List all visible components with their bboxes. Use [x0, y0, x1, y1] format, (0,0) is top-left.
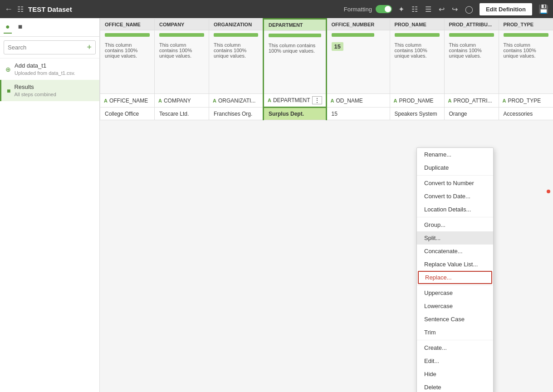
edit-definition-button[interactable]: Edit Definition	[480, 3, 532, 15]
data-cell-organization: Franchises Org.	[209, 108, 264, 120]
context-menu: Rename... Duplicate Convert to Number Co…	[416, 147, 494, 392]
card-body-prod-attrib: This column contains 100% unique values.	[445, 39, 499, 93]
formatting-label: Formatting	[344, 6, 372, 13]
sidebar: ● ■ + ⊕ Add data_t1 Uploaded from data_t…	[0, 18, 100, 392]
menu-item-concatenate[interactable]: Concatenate...	[417, 245, 493, 258]
sidebar-item-add-data-label: Add data_t1	[15, 62, 75, 70]
card-header-prod-attrib: PROD_ATTRIBU...	[445, 19, 499, 30]
formatting-toggle[interactable]	[376, 5, 392, 13]
card-bar-prod-name	[395, 33, 440, 37]
card-body-office-number: 15	[327, 39, 390, 93]
card-body-department: This column contains 100% unique values.	[264, 39, 326, 93]
search-area: +	[0, 37, 99, 59]
menu-item-replace[interactable]: Replace...	[418, 271, 492, 284]
menu-item-group[interactable]: Group...	[417, 218, 493, 231]
sidebar-item-add-data[interactable]: ⊕ Add data_t1 Uploaded from data_t1.csv.	[0, 59, 99, 80]
card-body-prod-name: This column contains 100% unique values.	[390, 39, 444, 93]
card-bar-prod-type	[504, 33, 548, 37]
card-office-name: OFFICE_NAME This column contains 100% un…	[100, 19, 155, 94]
search-input[interactable]	[8, 44, 87, 51]
card-bar-office-number	[332, 33, 374, 37]
col-td-prod-attrib: A PROD_ATTRI...	[444, 94, 499, 108]
menu-item-lowercase[interactable]: Lowercase	[417, 299, 493, 313]
data-cell-prod-type: Accessories	[499, 108, 553, 120]
card-header-prod-type: PROD_TYPE	[499, 19, 553, 30]
col-td-organization: A ORGANIZATI...	[209, 94, 264, 108]
office-number-value: 15	[332, 42, 343, 51]
col-label-department: DEPARTMENT	[273, 97, 310, 103]
col-td-prod-type: A PROD_TYPE	[499, 94, 553, 108]
menu-divider-2	[417, 217, 493, 217]
save-icon[interactable]: 💾	[538, 4, 548, 14]
card-header-department: DEPARTMENT	[264, 20, 326, 31]
card-organization: ORGANIZATION This column contains 100% u…	[209, 19, 264, 94]
card-header-organization: ORGANIZATION	[209, 19, 263, 30]
card-office-number: OFFICE_NUMBER 15	[326, 19, 390, 94]
menu-divider-3	[417, 285, 493, 285]
menu-divider-4	[417, 340, 493, 340]
menu-divider-1	[417, 175, 493, 176]
card-header-office-name: OFFICE_NAME	[100, 19, 154, 30]
data-cell-prod-name: Speakers System	[390, 108, 444, 120]
menu-item-convert-date[interactable]: Convert to Date...	[417, 190, 493, 203]
col-td-prod-name: A PROD_NAME	[390, 94, 444, 108]
card-bar-prod-attrib	[449, 33, 494, 37]
card-bar-department	[269, 34, 321, 37]
type-icon-office-number: A	[331, 98, 334, 103]
card-company: COMPANY This column contains 100% unique…	[155, 19, 209, 94]
add-data-icon: ⊕	[5, 66, 11, 73]
redo-icon[interactable]: ↪	[450, 4, 460, 15]
card-header-prod-name: PROD_NAME	[390, 19, 444, 30]
sidebar-item-results-label: Results	[14, 83, 56, 91]
sidebar-tabs: ● ■	[0, 18, 99, 37]
col-label-prod-attrib: PROD_ATTRI...	[453, 98, 492, 104]
menu-item-rename[interactable]: Rename...	[417, 148, 493, 161]
card-prod-type: PROD_TYPE This column contains 100% uniq…	[499, 19, 553, 94]
type-icon-office-name: A	[104, 98, 108, 103]
magic-icon[interactable]: ✦	[396, 4, 406, 15]
menu-item-hide[interactable]: Hide	[417, 368, 493, 381]
data-cell-office-number: 15	[326, 108, 390, 120]
menu-item-edit[interactable]: Edit...	[417, 354, 493, 368]
toggle-knob	[385, 6, 391, 12]
menu-item-split[interactable]: Split...	[417, 231, 493, 245]
add-search-button[interactable]: +	[87, 43, 92, 52]
card-header-office-number: OFFICE_NUMBER	[327, 19, 390, 30]
col-label-office-number: OD_NAME	[336, 98, 362, 104]
menu-item-duplicate[interactable]: Duplicate	[417, 161, 493, 174]
preview-icon[interactable]: ◯	[463, 4, 475, 15]
back-button[interactable]: ←	[5, 5, 13, 14]
sidebar-tab-data[interactable]: ●	[4, 21, 12, 34]
search-box: +	[4, 40, 96, 54]
column-menu-button[interactable]: ⋮	[312, 96, 322, 104]
data-cell-company: Tescare Ltd.	[155, 108, 209, 120]
main-layout: ● ■ + ⊕ Add data_t1 Uploaded from data_t…	[0, 18, 553, 392]
menu-item-location-details[interactable]: Location Details...	[417, 203, 493, 216]
type-icon-organization: A	[213, 98, 216, 103]
menu-item-sentence-case[interactable]: Sentence Case	[417, 313, 493, 326]
sidebar-tab-steps[interactable]: ■	[16, 21, 24, 34]
menu-item-uppercase[interactable]: Uppercase	[417, 286, 493, 299]
data-cell-prod-attrib: Orange	[444, 108, 499, 120]
type-icon-prod-name: A	[394, 98, 397, 103]
card-body-company: This column contains 100% unique values.	[155, 39, 209, 93]
sidebar-item-results[interactable]: ■ Results All steps combined	[0, 80, 99, 101]
card-bar-organization	[214, 33, 258, 37]
col-label-office-name: OFFICE_NAME	[109, 98, 148, 104]
menu-item-convert-number[interactable]: Convert to Number	[417, 176, 493, 190]
menu-item-create[interactable]: Create...	[417, 341, 493, 354]
formatting-toggle-area: Formatting	[344, 5, 392, 13]
menu-item-trim[interactable]: Trim	[417, 326, 493, 339]
card-row: OFFICE_NAME This column contains 100% un…	[100, 19, 553, 94]
undo-icon[interactable]: ↩	[437, 4, 446, 15]
dataset-title: TEST Dataset	[28, 5, 339, 13]
red-dot-indicator	[547, 190, 550, 193]
card-bar-office-name	[105, 33, 150, 37]
menu-item-delete[interactable]: Delete	[417, 381, 493, 392]
col-td-department: A DEPARTMENT ⋮	[264, 94, 327, 108]
list-icon[interactable]: ☰	[423, 4, 433, 15]
card-bar-company	[159, 33, 204, 37]
grid-icon[interactable]: ☷	[410, 4, 420, 15]
table-row: College Office Tescare Ltd. Franchises O…	[100, 108, 553, 120]
menu-item-replace-value-list[interactable]: Replace Value List...	[417, 258, 493, 271]
